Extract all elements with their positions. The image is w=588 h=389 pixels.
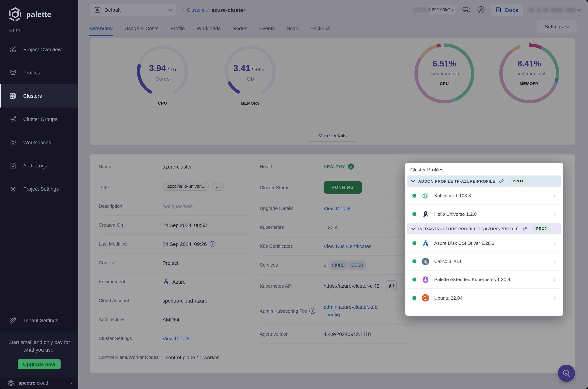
status-dot-icon [412,296,417,300]
chevron-right-icon: › [553,240,557,247]
sidebar: palette 4.4.19 Project Overview Profiles… [0,0,78,389]
profile-layer-name: Calico 3.26.1 [434,259,462,264]
profile-layer-calico[interactable]: Calico 3.26.1 › [407,253,561,271]
sidebar-item-label: Clusters [23,93,42,99]
sidebar-menu: Project Overview Profiles Clusters Clust… [0,38,78,200]
chevron-right-icon: › [553,192,557,199]
cluster-profiles-popup: Cluster Profiles ADDON PROFILE TF-AZURE-… [405,163,563,316]
kubecost-icon [421,192,429,200]
profile-layer-name: Hello Universe 1.2.0 [434,211,477,217]
chevron-right-icon: › [553,294,557,301]
profile-layer-ubuntu[interactable]: Ubuntu 22.04 › [407,289,561,307]
profile-layer-name: Azure Disk CSI Driver 1.28.3 [434,240,494,246]
app-version: 4.4.19 [0,23,78,35]
popup-title: Cluster Profiles [407,165,561,175]
status-dot-icon [412,194,417,197]
profile-layer-hello-universe[interactable]: Hello Universe 1.2.0 › [407,205,561,223]
server-icon [9,92,17,99]
tools-icon [9,317,17,324]
status-dot-icon [412,278,417,282]
audit-icon [9,162,17,169]
network-icon [9,116,17,123]
palette-logo-icon [8,7,23,22]
orbit-icon [9,139,17,146]
upsell-box: Start small and only pay for what you us… [0,332,78,377]
infrastructure-profile-header[interactable]: INFRASTRUCTURE PROFILE TF-AZURE-PROFILE … [407,223,561,234]
profile-layer-name: Palette eXtended Kubernetes 1.30.4 [434,277,510,282]
gear-icon [9,185,17,193]
sidebar-item-label: Workspaces [23,139,51,145]
ubuntu-icon [421,294,429,302]
profile-layer-name: Kubecost 1.103.3 [434,193,471,198]
upgrade-now-button[interactable]: Upgrade now [18,359,60,369]
chevron-down-icon [411,226,415,230]
sidebar-item-workspaces[interactable]: Workspaces [0,131,78,154]
sidebar-item-audit-logs[interactable]: Audit Logs [0,154,78,177]
chevron-right-icon: › [553,210,557,217]
addon-profile-header[interactable]: ADDON PROFILE TF-AZURE-PROFILE PROJ [407,175,561,187]
sidebar-item-label: Project Settings [23,186,59,192]
brand-light: cloud [37,380,48,386]
screen: palette 4.4.19 Project Overview Profiles… [0,0,588,389]
proj-badge: PROJ [509,178,527,184]
collapse-sidebar-icon[interactable]: ‹ [71,380,73,386]
link-icon [499,178,504,184]
calico-icon [421,257,429,265]
sidebar-item-cluster-groups[interactable]: Cluster Groups [0,107,78,131]
brand-logo: palette [0,0,78,23]
profile-layer-name: Ubuntu 22.04 [434,295,462,301]
sidebar-item-project-overview[interactable]: Project Overview [0,38,78,61]
sidebar-item-clusters[interactable]: Clusters [0,84,78,107]
brand-name: palette [26,10,52,19]
sidebar-item-label: Project Overview [23,46,62,52]
spectro-cloud-logo-icon [6,379,15,387]
sidebar-item-label: Audit Logs [23,163,47,168]
profile-layer-kubecost[interactable]: Kubecost 1.103.3 › [407,187,561,205]
brand-bold: spectro [19,380,35,386]
sidebar-footer: spectro cloud ‹ [0,377,78,389]
sidebar-item-tenant-settings[interactable]: Tenant Settings [0,309,78,332]
layers-icon [9,69,17,76]
sidebar-item-project-settings[interactable]: Project Settings [0,177,78,200]
hello-universe-icon [421,210,429,218]
upsell-text: Start small and only pay for what you us… [5,339,73,354]
azure-icon [421,239,429,247]
chevron-right-icon: › [553,258,557,265]
status-dot-icon [412,212,417,216]
link-icon [522,226,528,231]
chevron-right-icon: › [553,276,557,283]
proj-badge: PROJ [533,226,550,232]
chart-icon [9,46,17,53]
sidebar-item-label: Cluster Groups [23,116,57,122]
profile-layer-azure-csi[interactable]: Azure Disk CSI Driver 1.28.3 › [407,234,561,253]
status-dot-icon [412,241,417,245]
addon-profile-label: ADDON PROFILE TF-AZURE-PROFILE [418,179,495,183]
sidebar-item-label: Profiles [23,70,40,76]
sidebar-item-label: Tenant Settings [23,318,58,324]
infrastructure-profile-label: INFRASTRUCTURE PROFILE TF-AZURE-PROFILE [418,227,519,231]
pxk-icon [421,275,429,284]
spectro-cloud-label: spectro cloud [19,380,48,386]
sidebar-item-profiles[interactable]: Profiles [0,61,78,84]
main-area: Default / Clusters / azure-cluster 1.29/… [78,0,588,389]
status-dot-icon [412,259,417,263]
sidebar-bottom: Tenant Settings Start small and only pay… [0,309,78,389]
profile-layer-pxk[interactable]: Palette eXtended Kubernetes 1.30.4 › [407,271,561,289]
app-window: palette 4.4.19 Project Overview Profiles… [0,0,588,389]
chevron-down-icon [411,179,415,183]
